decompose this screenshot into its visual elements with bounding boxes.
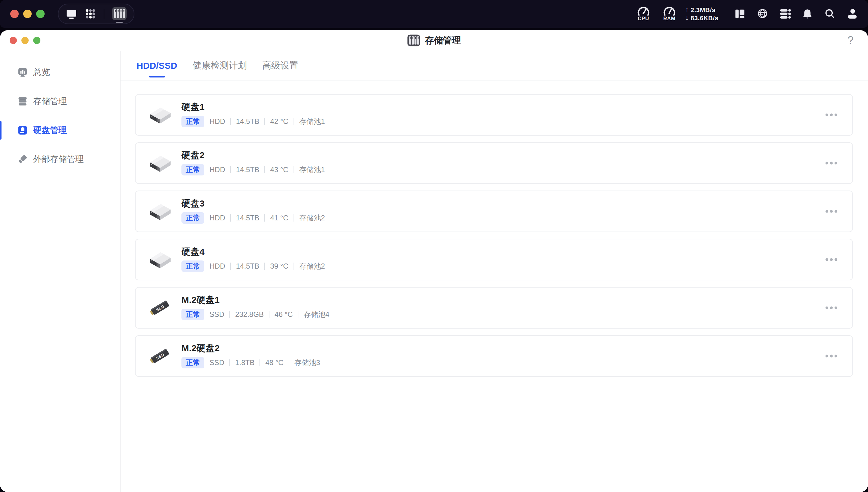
dock-divider <box>104 9 104 19</box>
disk-pool: 存储池3 <box>295 359 320 366</box>
disk-name: 硬盘3 <box>181 199 325 208</box>
sidebar-item-overview[interactable]: 总览 <box>0 58 120 87</box>
cpu-gauge-icon <box>637 7 650 16</box>
status-badge: 正常 <box>181 261 204 272</box>
hard-disk-icon <box>17 125 28 136</box>
disk-list: 硬盘1 正常 HDD 14.5TB 42 °C 存储池1 <box>121 80 868 377</box>
main-content: HDD/SSD 健康检测计划 高级设置 硬盘1 <box>121 51 868 492</box>
disk-row-6[interactable]: SSD M.2硬盘2 正常 SSD 1.8TB 48 °C 存储池3 <box>135 335 853 377</box>
ram-gauge-icon <box>663 7 676 16</box>
desktop-icon[interactable] <box>66 9 77 19</box>
nas-app-icon <box>112 7 127 20</box>
storage-manager-window: 存储管理 ? 总览 存储管理 <box>0 30 868 492</box>
more-actions-button[interactable] <box>825 304 838 312</box>
disk-row-4[interactable]: 硬盘4 正常 HDD 14.5TB 39 °C 存储池2 <box>135 239 853 280</box>
disk-name: 硬盘4 <box>181 247 325 256</box>
tab-advanced-settings[interactable]: 高级设置 <box>262 51 299 80</box>
more-actions-button[interactable] <box>825 352 838 360</box>
disk-pool: 存储池2 <box>299 214 325 222</box>
download-arrow-icon: ↓ <box>685 15 689 21</box>
notifications-bell-icon[interactable] <box>802 8 813 20</box>
status-badge: 正常 <box>181 309 204 320</box>
window-app-icon <box>407 34 420 47</box>
disk-name: 硬盘2 <box>181 151 325 160</box>
cpu-gauge-widget[interactable]: CPU <box>636 7 651 21</box>
tab-health-check-plan[interactable]: 健康检测计划 <box>192 51 248 80</box>
disk-temperature: 46 °C <box>275 311 292 318</box>
disk-name: 硬盘1 <box>181 102 325 112</box>
disk-pool: 存储池2 <box>299 263 325 270</box>
window-title: 存储管理 <box>425 34 461 47</box>
server-stack-icon[interactable] <box>780 8 791 20</box>
tab-hdd-ssd[interactable]: HDD/SSD <box>136 51 178 80</box>
search-icon[interactable] <box>824 8 836 20</box>
hdd-3d-icon <box>148 152 172 174</box>
disk-capacity: 232.8GB <box>235 311 264 318</box>
disk-capacity: 14.5TB <box>236 263 259 270</box>
disk-name: M.2硬盘1 <box>181 295 329 304</box>
more-actions-button[interactable] <box>825 256 838 264</box>
disk-pool: 存储池4 <box>304 311 329 318</box>
hdd-3d-icon <box>148 200 172 222</box>
disk-capacity: 1.8TB <box>235 359 254 366</box>
tab-bar: HDD/SSD 健康检测计划 高级设置 <box>121 51 868 80</box>
fullscreen-button[interactable] <box>36 10 45 18</box>
sidebar: 总览 存储管理 硬盘管理 <box>0 51 121 492</box>
disk-pool: 存储池1 <box>299 166 325 173</box>
download-speed: 83.6KB/s <box>690 15 718 21</box>
ram-gauge-widget[interactable]: RAM <box>662 7 677 21</box>
network-globe-icon[interactable] <box>757 8 769 20</box>
storage-manager-dock-item[interactable] <box>112 7 127 23</box>
status-badge: 正常 <box>181 357 204 368</box>
disk-row-5[interactable]: SSD M.2硬盘1 正常 SSD 232.8GB 46 °C 存储池4 <box>135 287 853 328</box>
disk-pool: 存储池1 <box>299 118 325 125</box>
user-account-icon[interactable] <box>846 8 858 20</box>
m2-ssd-icon: SSD <box>148 297 172 319</box>
status-badge: 正常 <box>181 164 204 175</box>
hdd-3d-icon <box>148 248 172 271</box>
minimize-button[interactable] <box>23 10 32 18</box>
upload-speed: 2.3MB/s <box>690 7 715 13</box>
help-button[interactable]: ? <box>847 35 853 46</box>
close-button[interactable] <box>10 10 19 18</box>
sidebar-item-storage[interactable]: 存储管理 <box>0 87 120 116</box>
sidebar-item-label: 外部存储管理 <box>33 153 84 165</box>
menubar-dock <box>58 4 134 24</box>
disk-row-1[interactable]: 硬盘1 正常 HDD 14.5TB 42 °C 存储池1 <box>135 94 853 136</box>
more-actions-button[interactable] <box>825 208 838 215</box>
split-view-icon[interactable] <box>734 8 746 20</box>
active-app-indicator <box>116 22 123 23</box>
hdd-3d-icon <box>148 104 172 126</box>
ram-gauge-label: RAM <box>663 16 675 21</box>
disk-row-3[interactable]: 硬盘3 正常 HDD 14.5TB 41 °C 存储池2 <box>135 191 853 232</box>
disk-type: HDD <box>209 263 225 270</box>
network-speed-widget: ↑ 2.3MB/s ↓ 83.6KB/s <box>685 6 718 21</box>
status-badge: 正常 <box>181 116 204 127</box>
sidebar-item-label: 总览 <box>33 67 50 78</box>
menubar-traffic-lights <box>10 10 45 18</box>
storage-pools-icon <box>17 96 28 107</box>
disk-temperature: 42 °C <box>270 118 288 125</box>
disk-temperature: 48 °C <box>265 359 283 366</box>
usb-drive-icon <box>17 154 28 165</box>
sidebar-item-external-storage[interactable]: 外部存储管理 <box>0 145 120 174</box>
upload-arrow-icon: ↑ <box>685 6 689 13</box>
more-actions-button[interactable] <box>825 111 838 119</box>
disk-capacity: 14.5TB <box>236 166 259 173</box>
m2-ssd-icon: SSD <box>148 345 172 367</box>
disk-name: M.2硬盘2 <box>181 344 320 353</box>
app-grid-icon[interactable] <box>85 8 96 19</box>
overview-icon <box>17 67 28 78</box>
disk-type: HDD <box>209 118 225 125</box>
more-actions-button[interactable] <box>825 159 838 167</box>
sidebar-item-label: 硬盘管理 <box>33 124 67 136</box>
sidebar-item-disk-management[interactable]: 硬盘管理 <box>0 116 120 145</box>
status-badge: 正常 <box>181 212 204 224</box>
disk-temperature: 43 °C <box>270 166 288 173</box>
disk-type: SSD <box>209 311 224 318</box>
disk-type: HDD <box>209 166 225 173</box>
disk-row-2[interactable]: 硬盘2 正常 HDD 14.5TB 43 °C 存储池1 <box>135 142 853 184</box>
disk-type: SSD <box>209 359 224 366</box>
cpu-gauge-label: CPU <box>638 16 649 21</box>
disk-capacity: 14.5TB <box>236 118 259 125</box>
